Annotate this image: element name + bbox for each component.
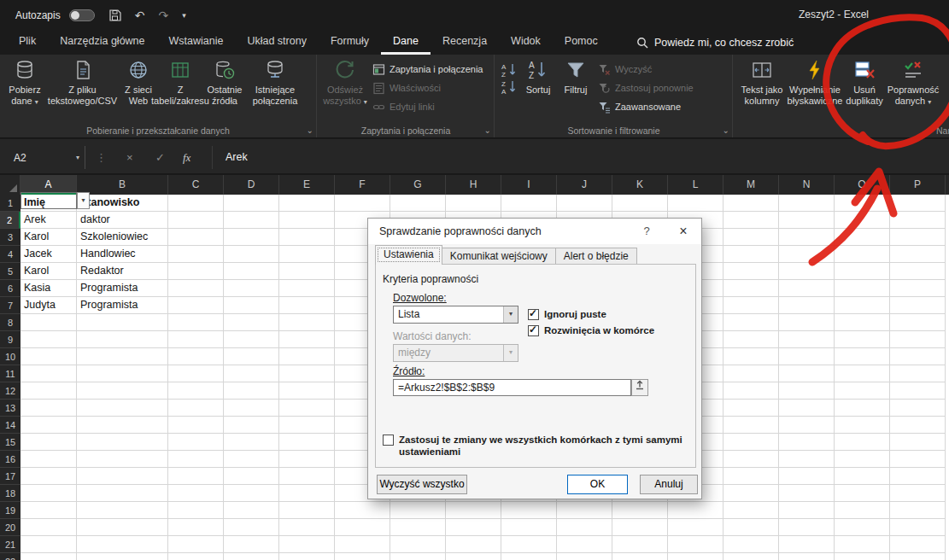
cell-C19[interactable] bbox=[168, 502, 224, 519]
cell-E3[interactable] bbox=[279, 229, 335, 246]
clear-filter-button[interactable]: Wyczyść bbox=[595, 60, 697, 79]
cell-P19[interactable] bbox=[890, 502, 946, 519]
cell-N3[interactable] bbox=[779, 229, 835, 246]
menu-tab-narzędzia-główne[interactable]: Narzędzia główne bbox=[48, 30, 156, 55]
cell-O17[interactable] bbox=[835, 468, 890, 485]
cell-E4[interactable] bbox=[279, 246, 335, 263]
cell-A16[interactable] bbox=[21, 451, 77, 468]
cell-M20[interactable] bbox=[723, 519, 779, 536]
dialog-help-button[interactable]: ? bbox=[636, 219, 657, 244]
cell-N17[interactable] bbox=[779, 468, 835, 485]
cell-A6[interactable]: Kasia bbox=[21, 280, 77, 297]
cell-B4[interactable]: Handlowiec bbox=[77, 246, 168, 263]
cell-P11[interactable] bbox=[890, 365, 946, 382]
cell-N19[interactable] bbox=[779, 502, 835, 519]
ignore-blank-checkbox[interactable]: ✓ Ignoruj puste bbox=[528, 308, 606, 320]
cell-N4[interactable] bbox=[779, 246, 835, 263]
insert-function-button[interactable]: fx bbox=[183, 146, 190, 169]
cell-D10[interactable] bbox=[224, 348, 279, 365]
cell-O22[interactable] bbox=[835, 553, 890, 560]
cell-C12[interactable] bbox=[168, 382, 224, 400]
cell-P16[interactable] bbox=[890, 451, 946, 468]
data-validation-button[interactable]: Poprawność danych ▾ bbox=[887, 56, 940, 124]
cell-P8[interactable] bbox=[890, 314, 946, 331]
cell-N7[interactable] bbox=[779, 297, 835, 314]
cell-A10[interactable] bbox=[21, 348, 77, 365]
cell-B14[interactable] bbox=[77, 417, 168, 434]
cell-M19[interactable] bbox=[723, 502, 779, 519]
cell-A22[interactable] bbox=[21, 553, 77, 560]
cell-B3[interactable]: Szkoleniowiec bbox=[77, 229, 168, 246]
cell-M22[interactable] bbox=[723, 553, 779, 560]
cell-M12[interactable] bbox=[723, 382, 779, 400]
cell-D21[interactable] bbox=[224, 536, 279, 553]
cell-E19[interactable] bbox=[279, 502, 335, 519]
cell-F20[interactable] bbox=[335, 519, 390, 536]
cell-O21[interactable] bbox=[835, 536, 890, 553]
cell-C4[interactable] bbox=[168, 246, 224, 263]
cell-D12[interactable] bbox=[224, 382, 279, 400]
tell-me-search[interactable]: Powiedz mi, co chcesz zrobić bbox=[636, 30, 794, 55]
cell-D16[interactable] bbox=[224, 451, 279, 468]
cell-B11[interactable] bbox=[77, 365, 168, 382]
cell-G1[interactable] bbox=[390, 195, 446, 212]
cell-C18[interactable] bbox=[168, 485, 224, 502]
sort-button[interactable]: AZ Sortuj bbox=[519, 56, 557, 124]
cell-A13[interactable] bbox=[21, 400, 77, 417]
cancel-entry-button[interactable]: × bbox=[126, 146, 133, 169]
cell-A8[interactable] bbox=[21, 314, 77, 331]
source-input[interactable]: =Arkusz2!$B$2:$B$9 bbox=[393, 379, 631, 396]
cell-A12[interactable] bbox=[21, 382, 77, 400]
cell-O12[interactable] bbox=[835, 382, 890, 400]
cell-M6[interactable] bbox=[723, 280, 779, 297]
apply-all-checkbox[interactable]: ✓ Zastosuj te zmiany we wszystkich komór… bbox=[383, 434, 683, 458]
cell-M5[interactable] bbox=[723, 263, 779, 280]
cell-B21[interactable] bbox=[77, 536, 168, 553]
column-header-L[interactable]: L bbox=[668, 175, 723, 195]
cell-D14[interactable] bbox=[224, 417, 279, 434]
dialog-tab-ustawienia[interactable]: Ustawienia bbox=[375, 245, 442, 265]
cell-O20[interactable] bbox=[835, 519, 890, 536]
cell-P4[interactable] bbox=[890, 246, 946, 263]
cell-L20[interactable] bbox=[668, 519, 723, 536]
validation-dropdown-button[interactable]: ▾ bbox=[77, 192, 90, 209]
dialog-launcher-icon[interactable]: ⌄ bbox=[723, 124, 729, 137]
dialog-launcher-icon[interactable]: ⌄ bbox=[307, 124, 313, 137]
from-text-csv-button[interactable]: Z pliku tekstowego/CSV bbox=[46, 56, 119, 124]
cell-A11[interactable] bbox=[21, 365, 77, 382]
cell-C10[interactable] bbox=[168, 348, 224, 365]
cell-N11[interactable] bbox=[779, 365, 835, 382]
cell-N5[interactable] bbox=[779, 263, 835, 280]
column-header-H[interactable]: H bbox=[446, 175, 501, 195]
cell-E2[interactable] bbox=[279, 212, 335, 229]
column-header-G[interactable]: G bbox=[390, 175, 446, 195]
cell-G21[interactable] bbox=[390, 536, 446, 553]
cell-J22[interactable] bbox=[557, 553, 612, 560]
save-button[interactable] bbox=[108, 9, 121, 21]
cell-M8[interactable] bbox=[723, 314, 779, 331]
allowed-combobox[interactable]: Lista ▾ bbox=[393, 306, 518, 324]
cell-E13[interactable] bbox=[279, 400, 335, 417]
cell-C21[interactable] bbox=[168, 536, 224, 553]
cell-D18[interactable] bbox=[224, 485, 279, 502]
column-header-D[interactable]: D bbox=[224, 175, 279, 195]
cell-J1[interactable] bbox=[557, 195, 612, 212]
cell-B20[interactable] bbox=[77, 519, 168, 536]
combobox-caret-icon[interactable]: ▾ bbox=[503, 306, 518, 323]
cell-N20[interactable] bbox=[779, 519, 835, 536]
cell-O2[interactable] bbox=[835, 212, 890, 229]
cell-N12[interactable] bbox=[779, 382, 835, 400]
cell-B16[interactable] bbox=[77, 451, 168, 468]
cell-E5[interactable] bbox=[279, 263, 335, 280]
cell-L19[interactable] bbox=[668, 502, 723, 519]
cell-D6[interactable] bbox=[224, 280, 279, 297]
cell-E12[interactable] bbox=[279, 382, 335, 400]
cell-C13[interactable] bbox=[168, 400, 224, 417]
cell-I21[interactable] bbox=[501, 536, 557, 553]
cell-C8[interactable] bbox=[168, 314, 224, 331]
cell-D15[interactable] bbox=[224, 434, 279, 451]
cell-N22[interactable] bbox=[779, 553, 835, 560]
cell-A19[interactable] bbox=[21, 502, 77, 519]
cell-E14[interactable] bbox=[279, 417, 335, 434]
cell-E21[interactable] bbox=[279, 536, 335, 553]
